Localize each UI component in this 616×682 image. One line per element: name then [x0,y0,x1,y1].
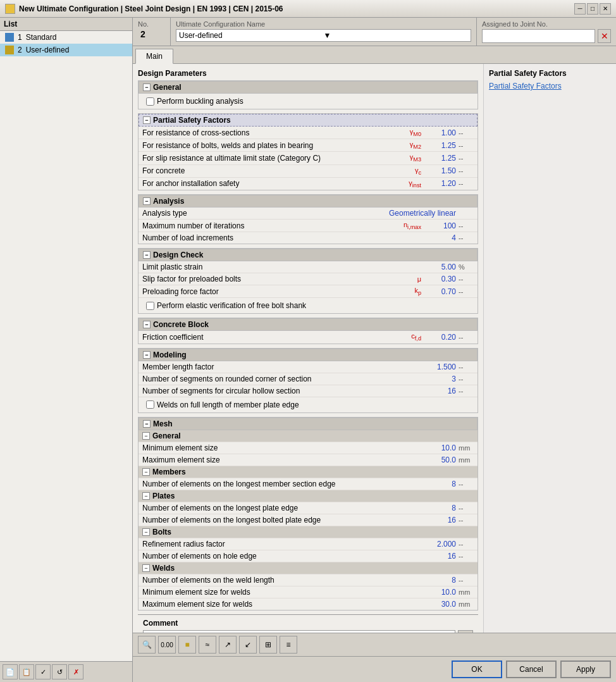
mesh-general-subheader[interactable]: − General [139,430,477,442]
mesh-gen-row-1: Maximum element size 50.0 mm [139,454,477,466]
app-icon [5,4,15,14]
mesh-members-collapse-btn[interactable]: − [142,468,150,476]
design-check-label: Design Check [153,251,203,259]
concrete-header[interactable]: − Concrete Block [139,318,477,331]
content-scroll: Design Parameters − General Perform buck… [133,64,616,633]
search-toolbar-btn[interactable]: 🔍 [138,636,156,654]
window-controls: ─ □ ✕ [574,3,611,15]
perform-elastic-checkbox[interactable] [146,302,154,310]
mesh-plates-collapse-btn[interactable]: − [142,492,150,500]
mesh-members-subheader[interactable]: − Members [139,466,477,478]
mesh-bolts-label: Bolts [152,528,171,536]
config-name-section: Ultimate Configuration Name User-defined… [171,18,477,46]
mesh-general-label: General [152,431,181,440]
mesh-welds-label: Welds [152,564,175,573]
psf-row-0: For resistance of cross-sections γM0 1.0… [139,127,477,139]
mesh-header[interactable]: − Mesh [139,418,477,430]
partial-safety-header[interactable]: − Partial Safety Factors [139,114,477,127]
design-check-header[interactable]: − Design Check [139,249,477,261]
general-collapse-btn[interactable]: − [143,84,151,91]
left-panel: List 1 Standard 2 User-defined 📄 📋 ✓ ↺ [0,18,133,682]
mesh-plt-row-0: Number of elements on the longest plate … [139,502,477,514]
bottom-toolbar: 🔍 0.00 ■ ≈ ↗ ↙ ⊞ ≡ [133,633,616,656]
cancel-button[interactable]: Cancel [506,660,557,678]
partial-safety-collapse-btn[interactable]: − [143,116,151,124]
general-header[interactable]: − General [139,81,477,94]
concrete-row-0: Friction coefficient cf,d 0.20 -- [139,331,477,343]
list-item-user-defined[interactable]: 2 User-defined [0,44,132,56]
mesh-welds-subheader[interactable]: − Welds [139,562,477,574]
decimal-toolbar-btn[interactable]: 0.00 [158,636,176,654]
concrete-label: Concrete Block [153,320,209,329]
list-item-user-defined-no: 2 [18,46,22,54]
approx-toolbar-btn[interactable]: ≈ [199,636,216,654]
mod-row-2: Number of segments for circular hollow s… [139,385,477,397]
color-toolbar-btn[interactable]: ■ [178,636,196,654]
partial-safety-label: Partial Safety Factors [153,116,231,125]
list-item-standard-no: 1 [18,33,22,42]
analysis-collapse-btn[interactable]: − [143,197,151,205]
modeling-header[interactable]: − Modeling [139,349,477,361]
psf-row-3: For concrete γc 1.50 -- [139,165,477,178]
list-item-standard-label: Standard [26,33,57,42]
assigned-clear-button[interactable]: ✕ [598,29,611,43]
copy-button[interactable]: 📋 [19,664,34,679]
assigned-input[interactable] [482,29,595,43]
modeling-label: Modeling [153,350,187,359]
dc-row-0: Limit plastic strain 5.00 % [139,261,477,273]
dc-row-3: Perform elastic verification of free bol… [139,298,477,313]
design-check-collapse-btn[interactable]: − [143,251,151,259]
undo-button[interactable]: ↺ [52,664,67,679]
partial-safety-block: − Partial Safety Factors For resistance … [138,113,478,190]
tab-main[interactable]: Main [135,49,173,64]
standard-icon [5,33,14,42]
mesh-collapse-btn[interactable]: − [143,420,151,428]
dc-row-1: Slip factor for preloaded bolts μ 0.30 -… [139,273,477,285]
ok-button[interactable]: OK [452,660,502,678]
concrete-block: − Concrete Block Friction coefficient cf… [138,318,478,344]
design-params-label: Design Parameters [138,69,478,78]
analysis-label: Analysis [153,197,184,206]
list-toolbar-btn[interactable]: ≡ [280,636,297,654]
welds-full-length-checkbox[interactable] [146,400,154,409]
maximize-button[interactable]: □ [587,3,598,15]
mod-row-3: Welds on full length of member plate edg… [139,397,477,412]
apply-button[interactable]: Apply [560,660,611,678]
window-title: New Ultimate Configuration | Steel Joint… [19,4,570,13]
arrow-up-toolbar-btn[interactable]: ↗ [219,636,237,654]
analysis-header[interactable]: − Analysis [139,195,477,208]
list-header: List [0,18,132,31]
mesh-welds-collapse-btn[interactable]: − [142,564,150,572]
general-row-0: Perform buckling analysis [139,94,477,109]
analysis-row-0: Analysis type Geometrically linear [139,208,477,220]
new-button[interactable]: 📄 [3,664,18,679]
mesh-general-collapse-btn[interactable]: − [142,432,150,440]
user-defined-icon [5,46,14,54]
mesh-bolt-row-1: Number of elements on hole edge 16 -- [139,550,477,562]
delete-button[interactable]: ✗ [68,664,83,679]
mesh-bolts-collapse-btn[interactable]: − [142,528,150,536]
general-block: − General Perform buckling analysis [138,80,478,109]
minimize-button[interactable]: ─ [574,3,586,15]
mesh-bolts-subheader[interactable]: − Bolts [139,526,477,538]
mesh-members-label: Members [152,468,186,476]
config-no-section: No. 2 [133,18,171,46]
mesh-plates-subheader[interactable]: − Plates [139,490,477,502]
concrete-collapse-btn[interactable]: − [143,321,151,328]
arrow-down-toolbar-btn[interactable]: ↙ [239,636,257,654]
close-button[interactable]: ✕ [600,3,611,15]
partial-safety-factors-link[interactable]: Partial Safety Factors [489,82,562,90]
dc-row-2: Preloading force factor kp 0.70 -- [139,285,477,298]
modeling-collapse-btn[interactable]: − [143,351,151,359]
mesh-bolt-row-0: Refinement radius factor 2.000 -- [139,538,477,550]
list-item-standard[interactable]: 1 Standard [0,31,132,44]
assigned-label: Assigned to Joint No. [482,20,611,28]
grid-toolbar-btn[interactable]: ⊞ [259,636,277,654]
mesh-plt-row-1: Number of elements on the longest bolted… [139,514,477,526]
config-name-dropdown[interactable]: User-defined ▼ [176,29,471,42]
check-button[interactable]: ✓ [35,664,51,679]
perform-buckling-checkbox[interactable] [146,97,154,106]
config-header: No. 2 Ultimate Configuration Name User-d… [133,18,616,46]
psf-row-1: For resistance of bolts, welds and plate… [139,139,477,152]
action-row: OK Cancel Apply [133,656,616,682]
